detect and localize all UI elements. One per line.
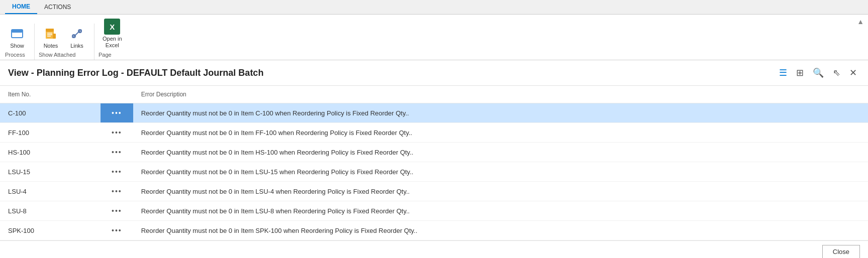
row-menu-button[interactable]: ••• [109,167,125,177]
table-row[interactable]: LSU-8•••Reorder Quantity must not be 0 i… [0,201,868,221]
footer: Close [0,240,868,258]
notes-icon [43,26,59,42]
planning-error-table: Item No. Error Description C-100•••Reord… [0,86,868,240]
cell-actions[interactable]: ••• [101,123,133,143]
column-header-item-no: Item No. [0,86,101,103]
excel-icon: X [104,19,120,35]
cell-item-no: FF-100 [0,123,101,143]
cell-actions[interactable]: ••• [101,182,133,201]
svg-rect-1 [12,30,23,33]
list-view-icon: ☰ [779,67,787,78]
ribbon-collapse-button[interactable]: ▲ [855,17,866,27]
cell-item-no: C-100 [0,103,101,123]
svg-rect-4 [53,34,56,39]
links-button[interactable]: Links [65,24,89,51]
ribbon: Show Process Notes [0,15,868,60]
table-row[interactable]: LSU-4•••Reorder Quantity must not be 0 i… [0,182,868,201]
cell-item-no: SPK-100 [0,221,101,240]
column-header-error-desc: Error Description [133,86,868,103]
row-menu-button[interactable]: ••• [109,147,125,157]
row-menu-button[interactable]: ••• [109,225,125,235]
cell-error-desc: Reorder Quantity must not be 0 in Item C… [133,103,868,123]
cell-item-no: HS-100 [0,143,101,162]
page-title: View - Planning Error Log - DEFAULT Defa… [8,68,263,78]
menu-bar: HOME ACTIONS [0,0,868,15]
table-row[interactable]: LSU-15•••Reorder Quantity must not be 0 … [0,162,868,182]
row-menu-button[interactable]: ••• [109,206,125,216]
cell-item-no: LSU-8 [0,201,101,221]
close-window-button[interactable]: ✕ [846,65,860,80]
show-label: Show [10,43,24,49]
table-row[interactable]: FF-100•••Reorder Quantity must not be 0 … [0,123,868,143]
show-icon [9,26,25,42]
cell-error-desc: Reorder Quantity must not be 0 in Item S… [133,221,868,240]
column-header-actions [101,86,133,103]
row-menu-button[interactable]: ••• [109,108,125,118]
search-button[interactable]: 🔍 [810,65,827,80]
cell-item-no: LSU-15 [0,162,101,182]
cell-error-desc: Reorder Quantity must not be 0 in Item L… [133,162,868,182]
expand-icon: ⇖ [833,67,840,78]
page-group-label: Page [99,51,112,60]
notes-label: Notes [44,43,58,49]
cell-error-desc: Reorder Quantity must not be 0 in Item L… [133,201,868,221]
close-button[interactable]: Close [822,245,860,258]
card-view-button[interactable]: ⊞ [793,65,807,80]
card-view-icon: ⊞ [796,67,804,78]
links-label: Links [70,43,83,49]
cell-error-desc: Reorder Quantity must not be 0 in Item H… [133,143,868,162]
ribbon-group-process: Show Process [5,24,35,60]
show-attached-group-label: Show Attached [39,51,75,60]
cell-actions[interactable]: ••• [101,201,133,221]
close-window-icon: ✕ [849,67,857,78]
row-menu-button[interactable]: ••• [109,127,125,138]
cell-error-desc: Reorder Quantity must not be 0 in Item F… [133,123,868,143]
svg-rect-3 [46,29,54,32]
row-menu-button[interactable]: ••• [109,186,125,196]
table-row[interactable]: C-100•••Reorder Quantity must not be 0 i… [0,103,868,123]
page-header: View - Planning Error Log - DEFAULT Defa… [0,60,868,86]
cell-error-desc: Reorder Quantity must not be 0 in Item L… [133,182,868,201]
open-excel-label: Open in Excel [103,36,122,49]
table-row[interactable]: SPK-100•••Reorder Quantity must not be 0… [0,221,868,240]
cell-actions[interactable]: ••• [101,221,133,240]
search-icon: 🔍 [813,67,824,78]
cell-item-no: LSU-4 [0,182,101,201]
links-icon [69,26,85,42]
header-tools: ☰ ⊞ 🔍 ⇖ ✕ [776,65,860,80]
expand-button[interactable]: ⇖ [830,65,843,80]
open-excel-button[interactable]: X Open in Excel [99,17,126,51]
main-content: Item No. Error Description C-100•••Reord… [0,86,868,240]
list-view-button[interactable]: ☰ [776,65,790,80]
tab-actions[interactable]: ACTIONS [37,0,78,14]
notes-button[interactable]: Notes [39,24,63,51]
ribbon-group-page: X Open in Excel Page [99,17,131,60]
show-button[interactable]: Show [5,24,29,51]
cell-actions[interactable]: ••• [101,103,133,123]
table-row[interactable]: HS-100•••Reorder Quantity must not be 0 … [0,143,868,162]
tab-home[interactable]: HOME [5,0,37,14]
ribbon-group-show-attached: Notes Links Show Attached [39,24,94,60]
cell-actions[interactable]: ••• [101,143,133,162]
process-group-label: Process [5,51,25,60]
cell-actions[interactable]: ••• [101,162,133,182]
